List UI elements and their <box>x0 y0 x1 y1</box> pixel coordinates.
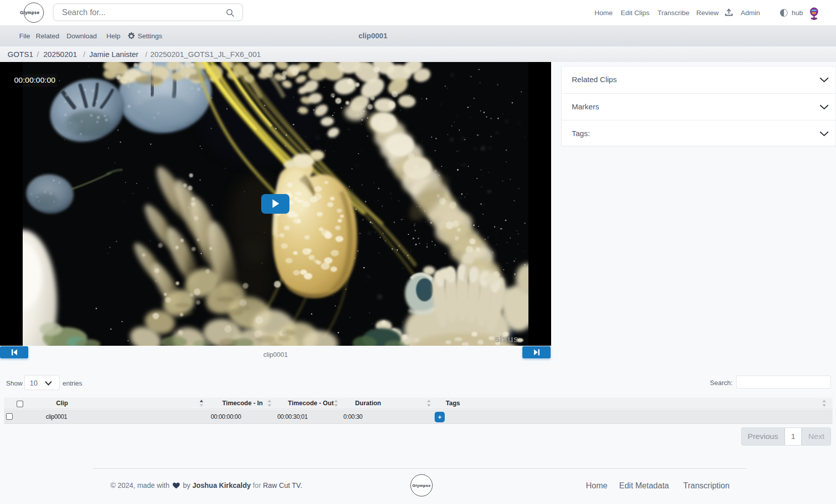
svg-text:sh.us: sh.us <box>495 334 518 344</box>
